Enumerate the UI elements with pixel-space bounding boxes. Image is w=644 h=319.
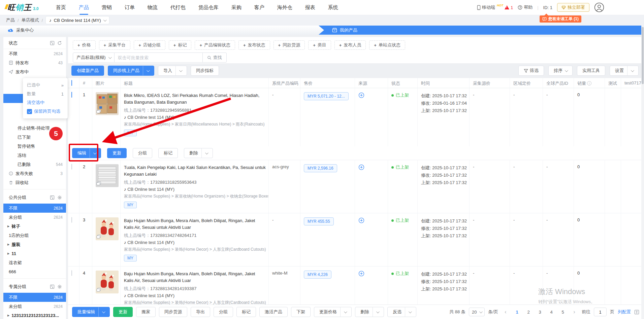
clear-selection-link[interactable]: 清空选中 [27, 98, 64, 107]
sidebar-public-group-shop1[interactable]: 1店的分组 [3, 231, 66, 240]
menu-warehouse[interactable]: 货品仓库 [192, 0, 225, 15]
activate-product-button[interactable]: 激活产品 [259, 307, 288, 317]
search-field-select[interactable]: 产品标题(模糊) [73, 52, 115, 63]
product-image[interactable] [96, 164, 119, 187]
public-groups-list-icon[interactable] [50, 195, 55, 200]
price-chip[interactable]: MYR 5,071.20 - 12... [304, 92, 349, 100]
private-groups-gear-icon[interactable] [57, 284, 62, 289]
menu-purchase[interactable]: 采购 [225, 0, 248, 15]
expand-arrow-icon[interactable]: ▶ [7, 225, 9, 228]
scrollbar-thumb[interactable] [642, 27, 644, 84]
sidebar-public-group-dress[interactable]: 连衣裙 [3, 258, 66, 267]
store-selector[interactable]: ♪ CB Online test 114 (MY) [45, 16, 109, 24]
delete-button[interactable]: 删除 [184, 148, 213, 158]
menu-home[interactable]: 首页 [50, 0, 72, 15]
public-groups-gear-icon[interactable] [57, 195, 62, 200]
select-all-checkbox[interactable] [71, 80, 72, 86]
column-config-link[interactable]: 列配置 [618, 309, 631, 315]
batch-update-button[interactable]: 更新 [113, 307, 133, 317]
search-button[interactable]: 查找 [203, 52, 227, 63]
sidebar-public-group-socks[interactable]: ▶ 袜子 [3, 222, 66, 231]
product-image[interactable] [96, 92, 119, 115]
product-image[interactable] [96, 271, 119, 293]
row-checkbox[interactable] [71, 217, 72, 223]
export-button[interactable]: 导出 [191, 307, 210, 317]
mark-button[interactable]: 标记 [158, 148, 178, 158]
filter-chip-category[interactable]: +类目 [308, 40, 331, 50]
menu-packing[interactable]: 代打包 [164, 0, 192, 15]
import-dropdown[interactable] [175, 66, 182, 75]
product-title[interactable]: Baju Hujan Musim Bunga, Mesra Alam, Bole… [124, 271, 266, 284]
sidebar-private-group-all[interactable]: 不限 2624 [3, 293, 66, 302]
menu-marketing[interactable]: 营销 [95, 0, 118, 15]
page-2[interactable]: 2 [524, 308, 533, 316]
sidebar-status-recycle-bin[interactable]: 回收站 [3, 178, 66, 187]
avatar[interactable] [594, 2, 604, 12]
price-chip[interactable]: MYR 2,596.16 [304, 164, 337, 172]
pin-column-icon[interactable] [634, 310, 639, 315]
sidebar-status-publishing[interactable]: 发布中 [3, 67, 66, 76]
mobile-link[interactable]: 移动端 HOT [477, 4, 495, 10]
settings-button[interactable]: 设置 [610, 66, 639, 76]
status-transfer-icon[interactable] [50, 41, 55, 45]
sidebar-public-group-ungrouped[interactable]: 未分组 2624 [3, 213, 66, 222]
sidebar-private-group-123[interactable]: ▶ 123123123123123123... [3, 311, 66, 319]
filter-chip-publisher[interactable]: +发布人员 [334, 40, 366, 50]
menu-orders[interactable]: 订单 [118, 0, 141, 15]
tab-my-products[interactable]: 我的产品 [332, 26, 357, 35]
page-3[interactable]: 3 [536, 308, 544, 316]
sync-metric-button[interactable]: 同步指标 [191, 66, 219, 76]
utility-tools-button[interactable]: 实用工具 [577, 66, 605, 76]
alert-indicator[interactable]: 1 [505, 5, 513, 10]
price-chip[interactable]: MYR 4,226 [304, 271, 331, 279]
delist-button[interactable]: 下架 [291, 307, 311, 317]
edit-button[interactable]: 编辑 [72, 148, 101, 158]
filter-chip-mark[interactable]: +标记 [169, 40, 192, 50]
row-checkbox[interactable] [71, 164, 72, 170]
filter-chip-site-state[interactable]: +单站点状态 [369, 40, 405, 50]
unread-ticket-toast[interactable]: 您有未读工单 (1) [540, 15, 581, 23]
filter-chip-same-source[interactable]: +同款货源 [273, 40, 305, 50]
source-plus-icon[interactable] [358, 219, 364, 224]
keep-selection-checkbox[interactable] [27, 109, 32, 114]
sidebar-status-deleted[interactable]: 已删除 544 [3, 160, 66, 169]
delete-button[interactable]: 删除 [355, 307, 384, 317]
collapse-icon[interactable]: » [61, 83, 64, 88]
sidebar-public-group-all[interactable]: 不限 2624 [3, 204, 66, 213]
row-checkbox[interactable] [71, 270, 72, 276]
page-size-select[interactable]: 20 [469, 308, 485, 316]
update-price-dropdown[interactable] [340, 307, 346, 317]
deploy-button[interactable]: 独立部署 [557, 3, 589, 12]
breadcrumb-products[interactable]: 产品 [6, 17, 15, 23]
page-5[interactable]: 5 [559, 308, 567, 316]
product-image[interactable] [96, 217, 119, 240]
filter-button[interactable]: 筛选 [518, 66, 544, 76]
sidebar-status-paused[interactable]: 暂停销售 [3, 142, 66, 151]
price-chip[interactable]: MYR 455.55 [304, 217, 334, 225]
source-plus-icon[interactable] [358, 94, 364, 99]
move-button[interactable]: 搬家 [136, 307, 156, 317]
menu-system[interactable]: 系统 [322, 0, 345, 15]
sidebar-public-group-clothing[interactable]: ▶ 服装 [3, 240, 66, 249]
next-page-button[interactable]: › [570, 308, 578, 316]
filter-chip-platform[interactable]: +采集平台 [99, 40, 131, 50]
batch-edit-dropdown[interactable] [98, 307, 104, 317]
import-button[interactable]: 导入 [158, 66, 187, 76]
sidebar-public-group-666[interactable]: 666 [3, 267, 66, 276]
filter-chip-publish-state[interactable]: +发布状态 [238, 40, 270, 50]
menu-products[interactable]: 产品 [72, 0, 95, 15]
search-input[interactable] [115, 52, 203, 63]
group-button[interactable]: 分组 [214, 307, 233, 317]
invert-selection-dropdown[interactable] [405, 307, 411, 317]
prev-page-button[interactable]: ‹ [502, 308, 510, 316]
product-title[interactable]: Blok Mikro, IDEAS LOZ, Siri Perkakas Rum… [124, 92, 266, 106]
update-button[interactable]: 更新 [107, 148, 127, 158]
filter-chip-price[interactable]: +价格 [73, 40, 96, 50]
menu-customers[interactable]: 客户 [248, 0, 271, 15]
private-groups-list-icon[interactable] [50, 284, 55, 289]
product-title[interactable]: Tuala, Kain Pengelap Kaki, Lap Kaki Salu… [124, 164, 266, 178]
source-plus-icon[interactable] [358, 273, 364, 278]
filter-chip-store-group[interactable]: +店铺分组 [134, 40, 165, 50]
goto-page-input[interactable] [594, 308, 607, 316]
settings-dropdown[interactable] [627, 66, 633, 75]
